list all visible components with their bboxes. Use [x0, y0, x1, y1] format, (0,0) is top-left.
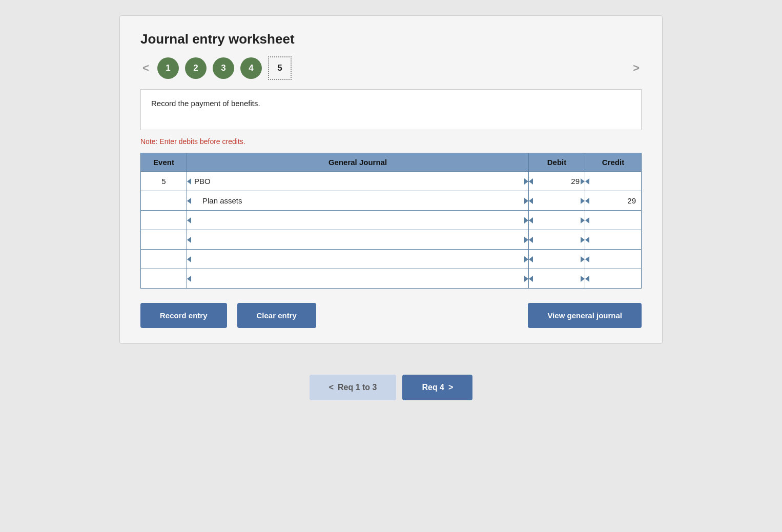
step-1[interactable]: 1 — [157, 57, 179, 79]
event-cell-3[interactable] — [141, 230, 187, 250]
tri-left-icon — [187, 276, 191, 282]
bottom-navigation: < Req 1 to 3 Req 4 > — [310, 375, 473, 400]
table-row — [141, 211, 642, 230]
step-current[interactable]: 5 — [268, 56, 292, 80]
credit-cell-4[interactable] — [585, 250, 642, 269]
tri-left-icon — [187, 237, 191, 243]
journal-cell-1[interactable]: Plan assets — [187, 191, 529, 211]
req-4-next-icon: > — [448, 383, 453, 392]
credit-cell-2[interactable] — [585, 211, 642, 230]
debit-cell-5[interactable] — [529, 269, 585, 289]
tri-left-credit-icon — [585, 237, 589, 243]
prev-arrow[interactable]: < — [140, 62, 151, 75]
req-4-label: Req 4 — [422, 383, 444, 392]
table-row — [141, 230, 642, 250]
journal-cell-2[interactable] — [187, 211, 529, 230]
journal-cell-5[interactable] — [187, 269, 529, 289]
tri-left-icon — [187, 178, 191, 185]
tri-right-debit-icon — [581, 237, 585, 243]
event-cell-5[interactable] — [141, 269, 187, 289]
credit-cell-0[interactable] — [585, 172, 642, 191]
tri-right-debit-icon — [581, 178, 585, 185]
event-cell-1[interactable] — [141, 191, 187, 211]
step-2[interactable]: 2 — [185, 57, 207, 79]
tri-right-icon — [524, 178, 528, 185]
col-debit: Debit — [529, 153, 585, 172]
tri-left-debit-icon — [529, 256, 533, 262]
col-general-journal: General Journal — [187, 153, 529, 172]
tri-right-debit-icon — [581, 256, 585, 262]
debit-cell-2[interactable] — [529, 211, 585, 230]
event-cell-4[interactable] — [141, 250, 187, 269]
record-entry-button[interactable]: Record entry — [140, 303, 227, 328]
action-buttons: Record entry Clear entry View general jo… — [140, 303, 642, 328]
tri-left-debit-icon — [529, 237, 533, 243]
debit-cell-3[interactable] — [529, 230, 585, 250]
journal-cell-0[interactable]: PBO — [187, 172, 529, 191]
debit-cell-0[interactable]: 29 — [529, 172, 585, 191]
view-general-journal-button[interactable]: View general journal — [528, 303, 642, 328]
req-1-to-3-label: Req 1 to 3 — [338, 383, 377, 392]
credit-cell-5[interactable] — [585, 269, 642, 289]
page-title: Journal entry worksheet — [140, 31, 642, 47]
req-1-to-3-prev-icon: < — [329, 383, 334, 392]
col-credit: Credit — [585, 153, 642, 172]
tri-left-debit-icon — [529, 217, 533, 223]
step-3[interactable]: 3 — [213, 57, 234, 79]
tri-right-icon — [524, 276, 528, 282]
req-1-to-3-button[interactable]: < Req 1 to 3 — [310, 375, 397, 400]
journal-cell-4[interactable] — [187, 250, 529, 269]
clear-entry-button[interactable]: Clear entry — [237, 303, 316, 328]
tri-right-icon — [524, 198, 528, 204]
tri-right-icon — [524, 237, 528, 243]
journal-table: Event General Journal Debit Credit 5PBO2… — [140, 153, 642, 289]
tri-right-icon — [524, 256, 528, 262]
table-row — [141, 250, 642, 269]
tri-right-debit-icon — [581, 198, 585, 204]
tri-right-debit-icon — [581, 217, 585, 223]
note-text: Note: Enter debits before credits. — [140, 137, 642, 146]
tri-left-debit-icon — [529, 276, 533, 282]
credit-cell-1[interactable]: 29 — [585, 191, 642, 211]
tri-left-credit-icon — [585, 276, 589, 282]
tri-left-credit-icon — [585, 198, 589, 204]
tri-left-debit-icon — [529, 178, 533, 185]
event-cell-0[interactable]: 5 — [141, 172, 187, 191]
event-cell-2[interactable] — [141, 211, 187, 230]
tri-left-icon — [187, 198, 191, 204]
debit-cell-1[interactable] — [529, 191, 585, 211]
credit-cell-3[interactable] — [585, 230, 642, 250]
table-row: Plan assets29 — [141, 191, 642, 211]
req-4-button[interactable]: Req 4 > — [402, 375, 472, 400]
tri-left-icon — [187, 217, 191, 223]
step-navigation: < 1 2 3 4 5 > — [140, 56, 642, 80]
instruction-text: Record the payment of benefits. — [151, 99, 260, 108]
tri-left-credit-icon — [585, 178, 589, 185]
tri-left-icon — [187, 256, 191, 262]
table-row — [141, 269, 642, 289]
instruction-box: Record the payment of benefits. — [140, 89, 642, 130]
journal-cell-3[interactable] — [187, 230, 529, 250]
tri-left-debit-icon — [529, 198, 533, 204]
main-card: Journal entry worksheet < 1 2 3 4 5 > Re… — [119, 15, 663, 344]
step-4[interactable]: 4 — [240, 57, 262, 79]
tri-right-icon — [524, 217, 528, 223]
table-row: 5PBO29 — [141, 172, 642, 191]
tri-right-debit-icon — [581, 276, 585, 282]
col-event: Event — [141, 153, 187, 172]
debit-cell-4[interactable] — [529, 250, 585, 269]
tri-left-credit-icon — [585, 256, 589, 262]
tri-left-credit-icon — [585, 217, 589, 223]
next-arrow[interactable]: > — [631, 62, 642, 75]
